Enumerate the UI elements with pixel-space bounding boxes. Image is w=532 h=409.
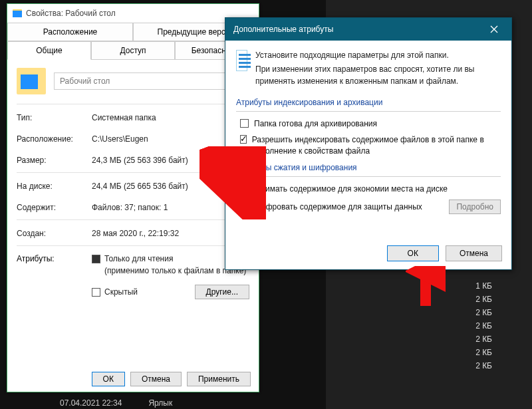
info-line-1: Установите подходящие параметры для этой… <box>255 50 501 61</box>
window-title: Свойства: Рабочий стол <box>26 9 116 18</box>
bg-row[interactable]: 1 КБ <box>326 279 532 293</box>
other-attributes-button[interactable]: Другие... <box>195 285 249 299</box>
info-line-2: При изменении этих параметров вас спрося… <box>255 64 501 87</box>
adv-ok-button[interactable]: ОК <box>387 245 439 261</box>
properties-window: Свойства: Рабочий стол Расположение Пред… <box>7 3 259 392</box>
ok-button[interactable]: ОК <box>92 372 125 386</box>
tab-general[interactable]: Общие <box>7 41 91 60</box>
details-button[interactable]: Подробно <box>449 200 501 214</box>
advanced-titlebar[interactable]: Дополнительные атрибуты <box>225 18 511 41</box>
bg-row[interactable]: 2 КБ <box>326 319 532 333</box>
properties-titlebar[interactable]: Свойства: Рабочий стол <box>7 4 259 23</box>
close-button[interactable] <box>481 21 507 38</box>
bg-row[interactable]: 2 КБ <box>326 333 532 346</box>
label-contains: Содержит: <box>17 203 86 212</box>
tab-sharing[interactable]: Доступ <box>91 41 175 60</box>
group-index-archive: Атрибуты индексирования и архивации <box>236 98 501 107</box>
compress-checkbox[interactable]: Сжимать содержимое для экономии места на… <box>236 184 501 194</box>
label-type: Тип: <box>17 113 86 122</box>
folder-large-icon <box>17 68 46 94</box>
index-checkbox[interactable]: Разрешить индексировать содержимое файло… <box>236 134 501 156</box>
group-compress-encrypt: Атрибуты сжатия и шифрования <box>236 163 501 172</box>
settings-list-icon <box>236 50 247 71</box>
label-location: Расположение: <box>17 134 86 144</box>
folder-icon <box>13 9 22 17</box>
checkbox-icon <box>240 119 249 128</box>
label-created: Создан: <box>17 229 86 238</box>
bg-row[interactable]: 2 КБ <box>326 293 532 306</box>
label-attributes: Атрибуты: <box>17 254 86 299</box>
apply-button[interactable]: Применить <box>187 372 251 386</box>
encrypt-checkbox[interactable]: Шифровать содержимое для защиты данных <box>236 202 442 212</box>
adv-cancel-button[interactable]: Отмена <box>446 245 502 261</box>
tabs-row-1: Расположение Предыдущие версии <box>7 23 259 41</box>
bg-row[interactable]: 2 КБ <box>326 346 532 359</box>
cancel-button[interactable]: Отмена <box>130 372 182 386</box>
label-ondisk: На диске: <box>17 182 86 191</box>
archive-checkbox[interactable]: Папка готова для архивирования <box>236 118 501 129</box>
close-icon <box>490 25 498 33</box>
bg-row[interactable]: 2 КБ <box>326 359 532 372</box>
label-size: Размер: <box>17 156 86 165</box>
checkbox-icon <box>92 255 100 263</box>
checkbox-checked-icon <box>240 135 247 144</box>
hidden-checkbox[interactable]: Скрытый <box>92 287 138 297</box>
folder-name-input[interactable] <box>54 72 249 90</box>
checkbox-icon <box>240 202 249 211</box>
bg-footer: 07.04.2021 22:34Ярлык <box>60 398 172 408</box>
checkbox-icon <box>240 184 249 193</box>
tab-location[interactable]: Расположение <box>7 23 133 41</box>
bg-row[interactable]: 2 КБ <box>326 306 532 319</box>
dialog-title: Дополнительные атрибуты <box>233 25 333 34</box>
tabs-row-2: Общие Доступ Безопасность <box>7 41 259 60</box>
advanced-attributes-dialog: Дополнительные атрибуты Установите подхо… <box>225 17 512 270</box>
checkbox-icon <box>92 288 100 297</box>
